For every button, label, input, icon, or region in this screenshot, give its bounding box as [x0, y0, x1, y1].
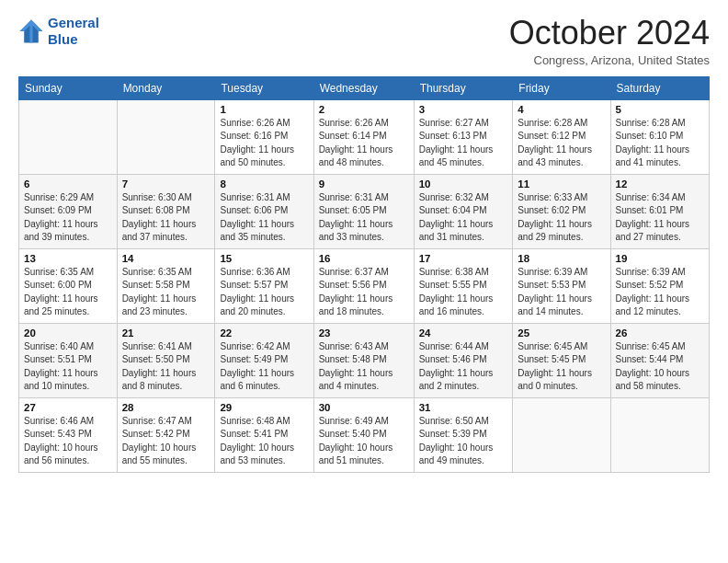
day-cell: 12Sunrise: 6:34 AM Sunset: 6:01 PM Dayli… — [610, 174, 709, 248]
day-info: Sunrise: 6:27 AM Sunset: 6:13 PM Dayligh… — [419, 117, 508, 170]
day-cell: 6Sunrise: 6:29 AM Sunset: 6:09 PM Daylig… — [19, 174, 118, 248]
day-number: 23 — [319, 327, 409, 339]
day-cell: 29Sunrise: 6:48 AM Sunset: 5:41 PM Dayli… — [215, 397, 313, 472]
day-cell: 13Sunrise: 6:35 AM Sunset: 6:00 PM Dayli… — [19, 248, 118, 323]
header-day-friday: Friday — [513, 76, 610, 99]
day-cell: 26Sunrise: 6:45 AM Sunset: 5:44 PM Dayli… — [610, 323, 709, 397]
day-info: Sunrise: 6:43 AM Sunset: 5:48 PM Dayligh… — [319, 340, 409, 394]
header-day-monday: Monday — [117, 76, 215, 99]
day-cell: 17Sunrise: 6:38 AM Sunset: 5:55 PM Dayli… — [414, 248, 513, 323]
title-block: October 2024 Congress, Arizona, United S… — [509, 15, 710, 67]
day-info: Sunrise: 6:38 AM Sunset: 5:55 PM Dayligh… — [419, 266, 508, 319]
day-info: Sunrise: 6:50 AM Sunset: 5:39 PM Dayligh… — [419, 415, 508, 468]
calendar-table: SundayMondayTuesdayWednesdayThursdayFrid… — [18, 76, 710, 473]
day-number: 17 — [419, 253, 508, 264]
day-cell — [610, 397, 709, 472]
day-number: 12 — [616, 178, 704, 190]
day-info: Sunrise: 6:49 AM Sunset: 5:40 PM Dayligh… — [319, 415, 409, 468]
calendar-body: 1Sunrise: 6:26 AM Sunset: 6:16 PM Daylig… — [19, 99, 710, 472]
day-info: Sunrise: 6:28 AM Sunset: 6:10 PM Dayligh… — [616, 117, 704, 170]
day-number: 27 — [24, 402, 112, 413]
day-number: 8 — [220, 178, 308, 190]
day-cell: 28Sunrise: 6:47 AM Sunset: 5:42 PM Dayli… — [117, 397, 215, 472]
day-number: 14 — [122, 253, 210, 264]
day-cell: 9Sunrise: 6:31 AM Sunset: 6:05 PM Daylig… — [313, 174, 414, 248]
day-info: Sunrise: 6:45 AM Sunset: 5:45 PM Dayligh… — [518, 340, 605, 394]
day-cell — [19, 99, 118, 174]
header: General Blue October 2024 Congress, Ariz… — [18, 15, 710, 67]
page: General Blue October 2024 Congress, Ariz… — [0, 0, 728, 563]
day-number: 31 — [419, 402, 508, 413]
day-info: Sunrise: 6:33 AM Sunset: 6:02 PM Dayligh… — [518, 191, 605, 245]
day-cell: 19Sunrise: 6:39 AM Sunset: 5:52 PM Dayli… — [610, 248, 709, 323]
day-cell: 21Sunrise: 6:41 AM Sunset: 5:50 PM Dayli… — [117, 323, 215, 397]
week-row-3: 13Sunrise: 6:35 AM Sunset: 6:00 PM Dayli… — [19, 248, 710, 323]
day-info: Sunrise: 6:28 AM Sunset: 6:12 PM Dayligh… — [518, 117, 605, 170]
day-cell: 20Sunrise: 6:40 AM Sunset: 5:51 PM Dayli… — [19, 323, 118, 397]
day-info: Sunrise: 6:42 AM Sunset: 5:49 PM Dayligh… — [220, 340, 308, 394]
day-info: Sunrise: 6:26 AM Sunset: 6:14 PM Dayligh… — [319, 117, 409, 170]
day-number: 21 — [122, 327, 210, 339]
day-number: 30 — [319, 402, 409, 413]
day-cell: 2Sunrise: 6:26 AM Sunset: 6:14 PM Daylig… — [313, 99, 414, 174]
day-number: 7 — [122, 178, 210, 190]
day-number: 20 — [24, 327, 112, 339]
header-day-wednesday: Wednesday — [313, 76, 414, 99]
day-info: Sunrise: 6:35 AM Sunset: 5:58 PM Dayligh… — [122, 266, 210, 319]
day-info: Sunrise: 6:35 AM Sunset: 6:00 PM Dayligh… — [24, 266, 112, 319]
day-cell: 1Sunrise: 6:26 AM Sunset: 6:16 PM Daylig… — [215, 99, 313, 174]
day-cell: 11Sunrise: 6:33 AM Sunset: 6:02 PM Dayli… — [513, 174, 610, 248]
day-number: 28 — [122, 402, 210, 413]
day-cell: 8Sunrise: 6:31 AM Sunset: 6:06 PM Daylig… — [215, 174, 313, 248]
header-day-sunday: Sunday — [19, 76, 118, 99]
day-number: 1 — [220, 104, 308, 115]
day-cell — [117, 99, 215, 174]
day-info: Sunrise: 6:31 AM Sunset: 6:06 PM Dayligh… — [220, 191, 308, 245]
logo-line1: General — [48, 15, 99, 30]
day-cell: 7Sunrise: 6:30 AM Sunset: 6:08 PM Daylig… — [117, 174, 215, 248]
day-cell: 31Sunrise: 6:50 AM Sunset: 5:39 PM Dayli… — [414, 397, 513, 472]
day-info: Sunrise: 6:39 AM Sunset: 5:53 PM Dayligh… — [518, 266, 605, 319]
location: Congress, Arizona, United States — [509, 53, 710, 67]
day-number: 4 — [518, 104, 605, 115]
day-info: Sunrise: 6:41 AM Sunset: 5:50 PM Dayligh… — [122, 340, 210, 394]
logo: General Blue — [18, 15, 99, 48]
header-day-saturday: Saturday — [610, 76, 709, 99]
day-cell: 27Sunrise: 6:46 AM Sunset: 5:43 PM Dayli… — [19, 397, 118, 472]
logo-line2: Blue — [48, 31, 78, 47]
day-info: Sunrise: 6:30 AM Sunset: 6:08 PM Dayligh… — [122, 191, 210, 245]
day-info: Sunrise: 6:40 AM Sunset: 5:51 PM Dayligh… — [24, 340, 112, 394]
day-info: Sunrise: 6:32 AM Sunset: 6:04 PM Dayligh… — [419, 191, 508, 245]
day-cell: 22Sunrise: 6:42 AM Sunset: 5:49 PM Dayli… — [215, 323, 313, 397]
day-info: Sunrise: 6:37 AM Sunset: 5:56 PM Dayligh… — [319, 266, 409, 319]
day-info: Sunrise: 6:36 AM Sunset: 5:57 PM Dayligh… — [220, 266, 308, 319]
day-number: 19 — [616, 253, 704, 264]
day-cell: 4Sunrise: 6:28 AM Sunset: 6:12 PM Daylig… — [513, 99, 610, 174]
day-cell: 24Sunrise: 6:44 AM Sunset: 5:46 PM Dayli… — [414, 323, 513, 397]
day-cell: 14Sunrise: 6:35 AM Sunset: 5:58 PM Dayli… — [117, 248, 215, 323]
logo-text: General Blue — [48, 15, 99, 48]
day-cell — [513, 397, 610, 472]
day-info: Sunrise: 6:45 AM Sunset: 5:44 PM Dayligh… — [616, 340, 704, 394]
day-number: 15 — [220, 253, 308, 264]
day-number: 5 — [616, 104, 704, 115]
day-info: Sunrise: 6:48 AM Sunset: 5:41 PM Dayligh… — [220, 415, 308, 468]
logo-icon — [18, 18, 44, 44]
day-cell: 30Sunrise: 6:49 AM Sunset: 5:40 PM Dayli… — [313, 397, 414, 472]
day-info: Sunrise: 6:39 AM Sunset: 5:52 PM Dayligh… — [616, 266, 704, 319]
day-number: 9 — [319, 178, 409, 190]
day-info: Sunrise: 6:26 AM Sunset: 6:16 PM Dayligh… — [220, 117, 308, 170]
day-number: 3 — [419, 104, 508, 115]
month-title: October 2024 — [509, 15, 710, 52]
day-number: 22 — [220, 327, 308, 339]
day-number: 10 — [419, 178, 508, 190]
day-cell: 18Sunrise: 6:39 AM Sunset: 5:53 PM Dayli… — [513, 248, 610, 323]
week-row-2: 6Sunrise: 6:29 AM Sunset: 6:09 PM Daylig… — [19, 174, 710, 248]
day-cell: 16Sunrise: 6:37 AM Sunset: 5:56 PM Dayli… — [313, 248, 414, 323]
day-info: Sunrise: 6:34 AM Sunset: 6:01 PM Dayligh… — [616, 191, 704, 245]
week-row-5: 27Sunrise: 6:46 AM Sunset: 5:43 PM Dayli… — [19, 397, 710, 472]
day-info: Sunrise: 6:31 AM Sunset: 6:05 PM Dayligh… — [319, 191, 409, 245]
day-cell: 10Sunrise: 6:32 AM Sunset: 6:04 PM Dayli… — [414, 174, 513, 248]
header-day-thursday: Thursday — [414, 76, 513, 99]
day-number: 13 — [24, 253, 112, 264]
